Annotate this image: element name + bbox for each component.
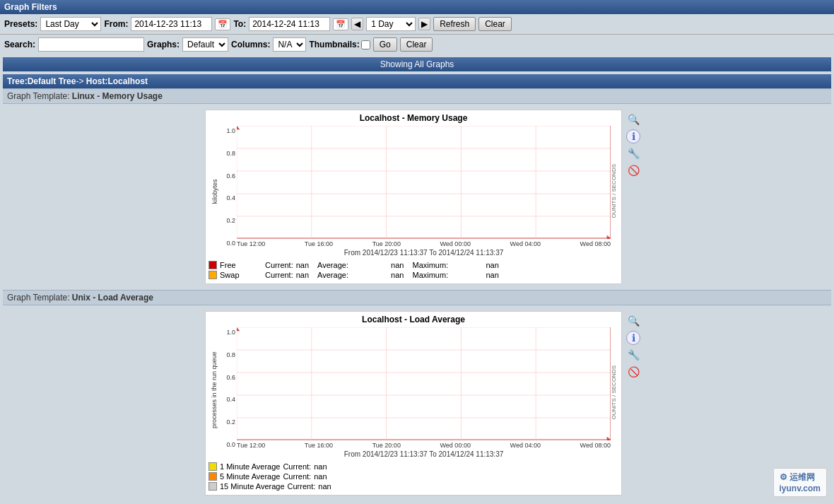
graph2-title: Localhost - Load Average xyxy=(208,315,618,324)
svg-marker-27 xyxy=(237,327,240,331)
to-calendar-btn[interactable]: 📅 xyxy=(333,18,348,30)
tree-host-bar: Tree:Default Tree-> Host:Localhost xyxy=(3,74,831,88)
tree-arrow: -> xyxy=(76,76,86,86)
legend1-max-val: nan xyxy=(486,261,498,269)
graph1-edit-icon[interactable]: 🔧 xyxy=(626,146,640,160)
legend2-current-label-3: Current: xyxy=(288,482,316,491)
graph2-chart: Tue 12:00 Tue 16:00 Tue 20:00 Wed 00:00 … xyxy=(237,327,611,458)
graph1-ylabel: kilobytes xyxy=(211,179,218,204)
graph-section-2: Localhost - Load Average processes in th… xyxy=(3,308,831,498)
graph1-xlabels: Tue 12:00 Tue 16:00 Tue 20:00 Wed 00:00 … xyxy=(237,240,611,247)
to-input[interactable] xyxy=(249,17,330,31)
graph2-timerange: From 2014/12/23 11:13:37 To 2014/12/24 1… xyxy=(237,450,611,458)
graph2-legend-row-1: 1 Minute Average Current: nan xyxy=(208,462,618,471)
graphs-select[interactable]: Default xyxy=(182,37,228,52)
legend1-max-label-2: Maximum: xyxy=(412,271,483,279)
tree-prefix: Tree: xyxy=(7,76,28,86)
graph2-rotate-label: OUNITS / SECONDS xyxy=(611,365,617,419)
svg-marker-26 xyxy=(607,437,611,440)
graph2-legend-row-2: 5 Minute Average Current: nan xyxy=(208,472,618,481)
graph1-zoom-icon[interactable]: 🔍 xyxy=(626,112,640,127)
graph1-rotate-label: OUNITS / SECONDS xyxy=(611,164,617,218)
legend2-name-2: 5 Minute Average xyxy=(220,472,280,481)
graph2-svg xyxy=(237,327,611,440)
graph1-svg xyxy=(237,126,611,239)
graph-filters-panel: Graph Filters Presets: Last Day Last Wee… xyxy=(0,0,834,54)
tree-name: Default Tree xyxy=(28,76,76,86)
graph2-info-icon[interactable]: ℹ xyxy=(626,331,640,345)
legend1-current-val: nan xyxy=(296,261,309,269)
graph2-zoom-icon[interactable]: 🔍 xyxy=(626,314,640,328)
refresh-button[interactable]: Refresh xyxy=(433,17,476,31)
legend2-current-val-2: nan xyxy=(314,472,327,481)
showing-text: Showing All Graphs xyxy=(380,59,454,69)
svg-marker-12 xyxy=(607,235,611,239)
graph1-chart: Tue 12:00 Tue 16:00 Tue 20:00 Wed 00:00 … xyxy=(237,126,611,257)
legend1-current-label-2: Current: xyxy=(265,271,293,279)
graph1-title: Localhost - Memory Usage xyxy=(208,113,618,123)
template2-label: Graph Template: xyxy=(7,293,72,303)
timespan-select[interactable]: 1 Day 1 Week 1 Month xyxy=(366,17,416,31)
thumbnails-checkbox[interactable] xyxy=(361,40,370,49)
legend1-max-val-2: nan xyxy=(486,271,498,279)
graph1-legend: Free Current: nan Average: nan Maximum: … xyxy=(208,261,618,279)
legend2-current-label-2: Current: xyxy=(283,472,311,481)
graph2-legend-row-3: 15 Minute Average Current: nan xyxy=(208,482,618,491)
legend1-current-label: Current: xyxy=(265,261,293,269)
legend2-color-3 xyxy=(208,482,217,491)
clear-button-1[interactable]: Clear xyxy=(478,17,512,31)
graph2-area: processes in the run queue 1.0 0.8 0.6 0… xyxy=(208,327,618,458)
legend1-avg-label-2: Average: xyxy=(317,271,388,279)
columns-select[interactable]: N/A 1 2 3 xyxy=(273,37,306,52)
graph2-legend: 1 Minute Average Current: nan 5 Minute A… xyxy=(208,462,618,491)
graph1-yvalues: 1.0 0.8 0.6 0.4 0.2 0.0 xyxy=(220,126,237,257)
legend1-color-1 xyxy=(208,261,217,269)
presets-select[interactable]: Last Day Last Week Last Month Last Year xyxy=(40,17,101,31)
graph2-delete-icon[interactable]: 🚫 xyxy=(626,365,640,379)
template1-value: Linux - Memory Usage xyxy=(72,91,163,101)
go-button[interactable]: Go xyxy=(373,37,397,52)
panel-header: Graph Filters xyxy=(0,0,834,14)
watermark-text: 运维网 xyxy=(789,472,815,482)
graph-template-bar-2: Graph Template: Unix - Load Average xyxy=(3,290,831,305)
from-input[interactable] xyxy=(131,17,212,31)
graph1-delete-icon[interactable]: 🚫 xyxy=(626,163,640,177)
filter-row-1: Presets: Last Day Last Week Last Month L… xyxy=(0,14,834,34)
next-btn[interactable]: ▶ xyxy=(418,18,430,30)
graph-container-1: Localhost - Memory Usage kilobytes 1.0 0… xyxy=(3,107,831,287)
legend1-avg-val-2: nan xyxy=(391,271,404,279)
presets-label: Presets: xyxy=(4,19,37,29)
graph-box-2: Localhost - Load Average processes in th… xyxy=(205,311,622,496)
watermark: ⚙ 运维网 iyunv.com xyxy=(773,468,827,497)
host-name: Localhost xyxy=(107,76,148,86)
graph-box-1: Localhost - Memory Usage kilobytes 1.0 0… xyxy=(205,110,622,284)
columns-label: Columns: xyxy=(231,40,270,49)
graph-container-2: Localhost - Load Average processes in th… xyxy=(3,308,831,498)
graph2-edit-icon[interactable]: 🔧 xyxy=(626,348,640,362)
legend2-current-label-1: Current: xyxy=(283,462,311,471)
search-input[interactable] xyxy=(38,37,144,52)
svg-marker-13 xyxy=(237,126,240,129)
from-label: From: xyxy=(104,19,128,29)
prev-btn[interactable]: ◀ xyxy=(351,18,363,30)
template2-value: Unix - Load Average xyxy=(72,293,153,303)
graph1-actions: 🔍 ℹ 🔧 🚫 xyxy=(626,110,640,177)
graphs-label: Graphs: xyxy=(147,40,180,49)
watermark-subtext: iyunv.com xyxy=(780,484,821,493)
graph1-legend-row-1: Free Current: nan Average: nan Maximum: … xyxy=(208,261,618,269)
from-calendar-btn[interactable]: 📅 xyxy=(215,18,230,30)
filter-row-2: Search: Graphs: Default Columns: N/A 1 2… xyxy=(0,35,834,54)
legend1-name-2: Swap xyxy=(220,271,262,279)
graph1-info-icon[interactable]: ℹ xyxy=(626,129,640,143)
graph1-ylabel-container: kilobytes xyxy=(208,126,220,257)
graph2-actions: 🔍 ℹ 🔧 🚫 xyxy=(626,311,640,379)
legend1-avg-val: nan xyxy=(391,261,404,269)
thumbnails-label: Thumbnails: xyxy=(309,40,370,49)
panel-title: Graph Filters xyxy=(4,2,57,12)
graph2-yvalues: 1.0 0.8 0.6 0.4 0.2 0.0 xyxy=(220,327,237,458)
legend2-current-val-1: nan xyxy=(314,462,327,471)
legend1-name-1: Free xyxy=(220,261,262,269)
legend1-current-val-2: nan xyxy=(296,271,309,279)
search-label: Search: xyxy=(4,40,35,49)
clear-button-2[interactable]: Clear xyxy=(400,37,433,52)
